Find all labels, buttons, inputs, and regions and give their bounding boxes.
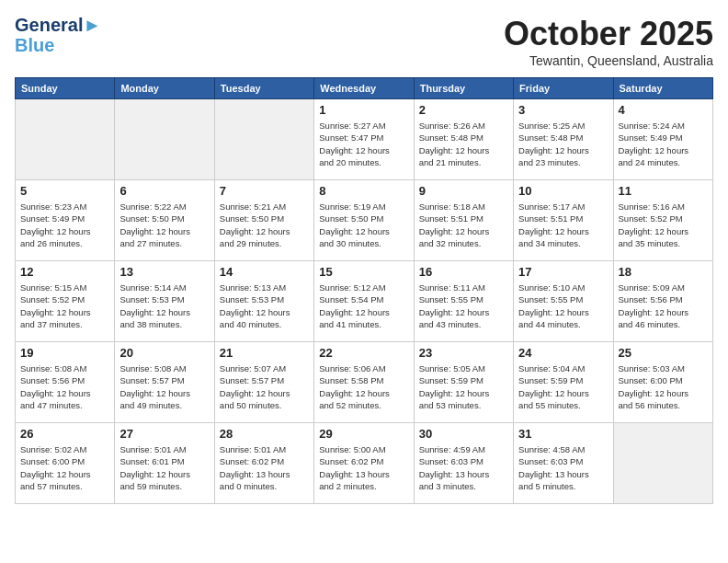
day-info: Sunrise: 5:01 AM Sunset: 6:02 PM Dayligh… — [220, 443, 309, 492]
day-info: Sunrise: 5:02 AM Sunset: 6:00 PM Dayligh… — [20, 443, 109, 492]
day-info: Sunrise: 5:21 AM Sunset: 5:50 PM Dayligh… — [220, 201, 309, 249]
calendar-cell: 9Sunrise: 5:18 AM Sunset: 5:51 PM Daylig… — [414, 180, 513, 261]
day-info: Sunrise: 5:06 AM Sunset: 5:58 PM Dayligh… — [319, 362, 408, 411]
day-info: Sunrise: 5:19 AM Sunset: 5:50 PM Dayligh… — [319, 201, 408, 249]
calendar-cell: 12Sunrise: 5:15 AM Sunset: 5:52 PM Dayli… — [16, 261, 115, 342]
day-number: 20 — [119, 346, 209, 360]
week-row-2: 5Sunrise: 5:23 AM Sunset: 5:49 PM Daylig… — [16, 180, 713, 261]
day-info: Sunrise: 5:09 AM Sunset: 5:56 PM Dayligh… — [619, 282, 708, 330]
header-friday: Friday — [514, 78, 613, 99]
calendar-cell: 22Sunrise: 5:06 AM Sunset: 5:58 PM Dayli… — [314, 342, 414, 423]
calendar-cell: 7Sunrise: 5:21 AM Sunset: 5:50 PM Daylig… — [214, 180, 313, 261]
calendar-cell: 13Sunrise: 5:14 AM Sunset: 5:53 PM Dayli… — [115, 261, 214, 342]
day-info: Sunrise: 5:05 AM Sunset: 5:59 PM Dayligh… — [419, 362, 508, 411]
day-number: 6 — [119, 184, 209, 198]
day-number: 12 — [20, 265, 109, 279]
day-info: Sunrise: 5:16 AM Sunset: 5:52 PM Dayligh… — [619, 201, 708, 249]
day-number: 8 — [319, 184, 408, 198]
calendar-cell: 16Sunrise: 5:11 AM Sunset: 5:55 PM Dayli… — [414, 261, 513, 342]
calendar-cell: 14Sunrise: 5:13 AM Sunset: 5:53 PM Dayli… — [214, 261, 313, 342]
day-number: 10 — [518, 184, 608, 198]
day-info: Sunrise: 4:58 AM Sunset: 6:03 PM Dayligh… — [518, 443, 608, 492]
day-info: Sunrise: 5:15 AM Sunset: 5:52 PM Dayligh… — [20, 282, 109, 330]
day-info: Sunrise: 5:01 AM Sunset: 6:01 PM Dayligh… — [119, 443, 209, 492]
calendar-cell: 15Sunrise: 5:12 AM Sunset: 5:54 PM Dayli… — [314, 261, 414, 342]
day-number: 28 — [220, 427, 309, 441]
header-saturday: Saturday — [613, 78, 712, 99]
calendar-cell: 24Sunrise: 5:04 AM Sunset: 5:59 PM Dayli… — [514, 342, 613, 423]
calendar-cell: 21Sunrise: 5:07 AM Sunset: 5:57 PM Dayli… — [214, 342, 313, 423]
day-number: 30 — [419, 427, 508, 441]
day-number: 17 — [518, 265, 608, 279]
day-info: Sunrise: 5:08 AM Sunset: 5:57 PM Dayligh… — [119, 362, 209, 411]
header-thursday: Thursday — [414, 78, 513, 99]
logo-blue: Blue — [15, 35, 101, 55]
calendar-cell — [214, 99, 313, 180]
day-number: 1 — [319, 103, 408, 117]
day-info: Sunrise: 5:12 AM Sunset: 5:54 PM Dayligh… — [319, 282, 408, 330]
day-info: Sunrise: 5:17 AM Sunset: 5:51 PM Dayligh… — [518, 201, 608, 249]
calendar-cell: 29Sunrise: 5:00 AM Sunset: 6:02 PM Dayli… — [314, 423, 414, 504]
calendar-cell: 3Sunrise: 5:25 AM Sunset: 5:48 PM Daylig… — [514, 99, 613, 180]
calendar-cell: 20Sunrise: 5:08 AM Sunset: 5:57 PM Dayli… — [115, 342, 214, 423]
week-row-4: 19Sunrise: 5:08 AM Sunset: 5:56 PM Dayli… — [16, 342, 713, 423]
day-number: 29 — [319, 427, 408, 441]
calendar-cell: 27Sunrise: 5:01 AM Sunset: 6:01 PM Dayli… — [115, 423, 214, 504]
page-header: General► Blue October 2025 Tewantin, Que… — [15, 15, 713, 68]
calendar-cell — [613, 423, 712, 504]
header-sunday: Sunday — [16, 78, 115, 99]
calendar-cell — [16, 99, 115, 180]
day-info: Sunrise: 5:13 AM Sunset: 5:53 PM Dayligh… — [220, 282, 309, 330]
calendar-cell: 1Sunrise: 5:27 AM Sunset: 5:47 PM Daylig… — [314, 99, 414, 180]
calendar-cell: 2Sunrise: 5:26 AM Sunset: 5:48 PM Daylig… — [414, 99, 513, 180]
calendar-cell: 11Sunrise: 5:16 AM Sunset: 5:52 PM Dayli… — [613, 180, 712, 261]
logo-text: General► — [15, 15, 101, 35]
day-number: 26 — [20, 427, 109, 441]
day-info: Sunrise: 5:23 AM Sunset: 5:49 PM Dayligh… — [20, 201, 109, 249]
week-row-3: 12Sunrise: 5:15 AM Sunset: 5:52 PM Dayli… — [16, 261, 713, 342]
day-info: Sunrise: 5:27 AM Sunset: 5:47 PM Dayligh… — [319, 120, 408, 168]
header-tuesday: Tuesday — [214, 78, 313, 99]
day-number: 21 — [220, 346, 309, 360]
day-info: Sunrise: 5:03 AM Sunset: 6:00 PM Dayligh… — [619, 362, 708, 411]
day-number: 18 — [619, 265, 708, 279]
calendar-cell: 23Sunrise: 5:05 AM Sunset: 5:59 PM Dayli… — [414, 342, 513, 423]
calendar-table: Sunday Monday Tuesday Wednesday Thursday… — [15, 77, 713, 504]
day-number: 16 — [419, 265, 508, 279]
calendar-header-row: Sunday Monday Tuesday Wednesday Thursday… — [16, 78, 713, 99]
header-monday: Monday — [115, 78, 214, 99]
day-info: Sunrise: 5:22 AM Sunset: 5:50 PM Dayligh… — [119, 201, 209, 249]
week-row-5: 26Sunrise: 5:02 AM Sunset: 6:00 PM Dayli… — [16, 423, 713, 504]
calendar-cell: 17Sunrise: 5:10 AM Sunset: 5:55 PM Dayli… — [514, 261, 613, 342]
calendar-cell: 26Sunrise: 5:02 AM Sunset: 6:00 PM Dayli… — [16, 423, 115, 504]
day-number: 14 — [220, 265, 309, 279]
calendar-cell: 31Sunrise: 4:58 AM Sunset: 6:03 PM Dayli… — [514, 423, 613, 504]
calendar-cell: 5Sunrise: 5:23 AM Sunset: 5:49 PM Daylig… — [16, 180, 115, 261]
logo: General► Blue — [15, 15, 101, 55]
header-wednesday: Wednesday — [314, 78, 414, 99]
day-number: 23 — [419, 346, 508, 360]
day-info: Sunrise: 5:26 AM Sunset: 5:48 PM Dayligh… — [419, 120, 508, 168]
day-info: Sunrise: 5:04 AM Sunset: 5:59 PM Dayligh… — [518, 362, 608, 411]
calendar-cell: 19Sunrise: 5:08 AM Sunset: 5:56 PM Dayli… — [16, 342, 115, 423]
day-number: 2 — [419, 103, 508, 117]
calendar-cell: 6Sunrise: 5:22 AM Sunset: 5:50 PM Daylig… — [115, 180, 214, 261]
day-info: Sunrise: 5:25 AM Sunset: 5:48 PM Dayligh… — [518, 120, 608, 168]
day-info: Sunrise: 5:08 AM Sunset: 5:56 PM Dayligh… — [20, 362, 109, 411]
calendar-cell: 28Sunrise: 5:01 AM Sunset: 6:02 PM Dayli… — [214, 423, 313, 504]
day-number: 19 — [20, 346, 109, 360]
day-info: Sunrise: 5:00 AM Sunset: 6:02 PM Dayligh… — [319, 443, 408, 492]
day-number: 11 — [619, 184, 708, 198]
calendar-cell: 4Sunrise: 5:24 AM Sunset: 5:49 PM Daylig… — [613, 99, 712, 180]
location-subtitle: Tewantin, Queensland, Australia — [504, 53, 713, 68]
day-number: 24 — [518, 346, 608, 360]
day-number: 7 — [220, 184, 309, 198]
day-info: Sunrise: 5:11 AM Sunset: 5:55 PM Dayligh… — [419, 282, 508, 330]
day-number: 3 — [518, 103, 608, 117]
calendar-cell: 18Sunrise: 5:09 AM Sunset: 5:56 PM Dayli… — [613, 261, 712, 342]
calendar-cell — [115, 99, 214, 180]
calendar-cell: 8Sunrise: 5:19 AM Sunset: 5:50 PM Daylig… — [314, 180, 414, 261]
day-number: 13 — [119, 265, 209, 279]
day-number: 25 — [619, 346, 708, 360]
day-info: Sunrise: 5:10 AM Sunset: 5:55 PM Dayligh… — [518, 282, 608, 330]
